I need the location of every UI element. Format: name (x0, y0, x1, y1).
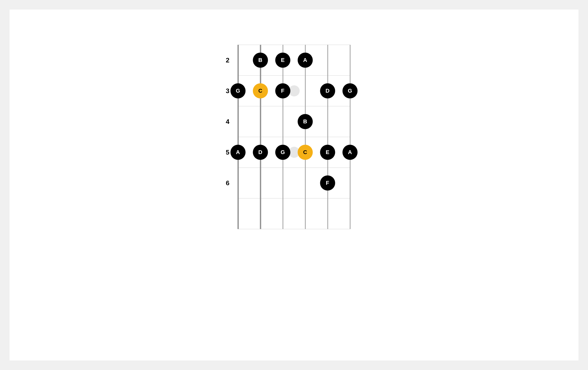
fret-number-label: 6 (219, 179, 230, 187)
note-dot: A (343, 145, 358, 160)
note-label: G (348, 88, 352, 94)
note-label: E (281, 57, 285, 63)
fret-line (238, 167, 350, 168)
note-dot: G (231, 83, 246, 98)
note-label: B (258, 57, 262, 63)
note-label: D (258, 149, 262, 156)
diagram-card: 23456BEAGCFDGBADGCEAF (10, 10, 578, 360)
string-4 (282, 45, 283, 229)
note-dot: E (275, 53, 290, 68)
note-dot: G (343, 83, 358, 98)
note-label: G (236, 88, 240, 94)
note-dot: F (275, 83, 290, 98)
note-label: E (326, 149, 329, 156)
note-label: A (348, 149, 352, 156)
string-6 (237, 45, 239, 229)
fret-line (238, 45, 350, 45)
note-dot: G (275, 145, 290, 160)
note-dot: D (320, 83, 335, 98)
note-dot: B (298, 114, 313, 129)
note-label: G (281, 149, 285, 156)
note-dot: D (253, 145, 268, 160)
fret-line (238, 106, 350, 106)
note-dot: F (320, 175, 335, 191)
note-label: D (325, 88, 329, 94)
note-dot-root: C (298, 145, 313, 160)
note-label: A (236, 149, 240, 156)
note-label: F (281, 88, 285, 94)
string-3 (305, 45, 306, 229)
fret-line (238, 229, 350, 229)
fret-line (238, 137, 350, 137)
note-dot-root: C (253, 83, 268, 98)
fret-number-label: 5 (219, 149, 230, 156)
fret-number-label: 3 (219, 87, 230, 95)
fret-number-label: 4 (219, 118, 230, 126)
note-label: F (326, 180, 329, 186)
note-dot: B (253, 53, 268, 68)
fretboard: 23456BEAGCFDGBADGCEAF (238, 45, 350, 229)
note-dot: A (298, 53, 313, 68)
note-label: B (303, 118, 307, 125)
string-5 (260, 45, 261, 229)
fret-line (238, 75, 350, 76)
fret-number-label: 2 (219, 56, 230, 64)
fret-line (238, 198, 350, 199)
note-label: C (303, 149, 307, 156)
note-label: C (258, 88, 262, 94)
string-2 (327, 45, 328, 229)
note-dot: E (320, 145, 335, 160)
string-1 (350, 45, 350, 229)
note-label: A (303, 57, 307, 63)
note-dot: A (231, 145, 246, 160)
